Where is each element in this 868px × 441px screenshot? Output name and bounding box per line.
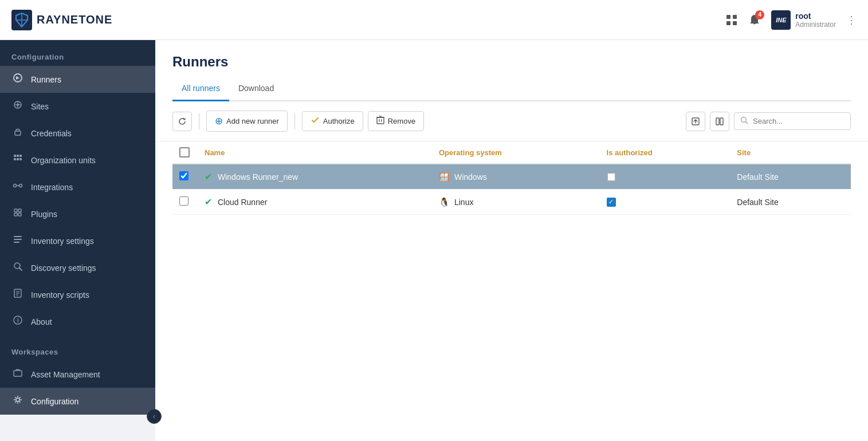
row1-authorized-checkbox xyxy=(607,172,616,182)
table-row[interactable]: ✔ Cloud Runner 🐧 Linux ✓ xyxy=(172,190,851,215)
collapse-icon: ‹ xyxy=(153,412,155,420)
row2-name: Cloud Runner xyxy=(218,198,267,207)
header-right: 4 INE root Administrator ⋮ xyxy=(725,10,857,30)
toolbar-separator-1 xyxy=(199,113,199,129)
integrations-icon xyxy=(11,180,24,194)
tabs: All runners Download xyxy=(172,79,851,101)
table-body: ✔ Windows Runner_new 🪟 Windows xyxy=(172,164,851,215)
svg-rect-2 xyxy=(733,15,737,19)
content-area: Runners All runners Download ⊕ Add new r… xyxy=(155,40,868,441)
sidebar-item-credentials[interactable]: Credentials xyxy=(0,120,155,147)
runners-icon xyxy=(11,73,24,86)
add-runner-button[interactable]: ⊕ Add new runner xyxy=(206,111,288,132)
sidebar-wrapper: Configuration Runners Sites Credentials xyxy=(0,40,155,441)
svg-line-28 xyxy=(19,268,22,270)
apps-button[interactable] xyxy=(725,14,738,26)
row1-status-icon: ✔ xyxy=(205,171,212,182)
table-row[interactable]: ✔ Windows Runner_new 🪟 Windows xyxy=(172,164,851,190)
svg-point-17 xyxy=(14,184,17,187)
svg-rect-3 xyxy=(726,21,730,25)
row1-name: Windows Runner_new xyxy=(218,172,298,182)
row1-checkbox[interactable] xyxy=(179,171,188,180)
svg-rect-16 xyxy=(19,158,22,160)
inventory-scripts-icon xyxy=(11,288,24,301)
remove-icon xyxy=(376,116,384,127)
toolbar: ⊕ Add new runner Authorize Remove xyxy=(155,101,868,141)
sidebar-item-sites-label: Sites xyxy=(31,102,49,111)
authorize-icon xyxy=(311,116,320,127)
search-box[interactable] xyxy=(734,112,851,130)
sidebar: Configuration Runners Sites Credentials xyxy=(0,40,155,415)
configuration-ws-icon xyxy=(11,395,24,408)
tab-download[interactable]: Download xyxy=(229,79,283,101)
authorize-button[interactable]: Authorize xyxy=(302,111,363,131)
sidebar-section-workspaces: Workspaces xyxy=(0,335,155,361)
toolbar-separator-2 xyxy=(294,113,295,129)
row1-os: Windows xyxy=(454,172,487,182)
sidebar-item-sites[interactable]: Sites xyxy=(0,93,155,120)
svg-rect-37 xyxy=(377,117,384,124)
runners-table: Name Operating system Is authorized Site xyxy=(172,141,851,215)
columns-button[interactable] xyxy=(710,112,729,131)
inventory-settings-icon xyxy=(11,234,24,247)
svg-rect-13 xyxy=(19,155,22,157)
runner-name: ✔ Cloud Runner xyxy=(205,196,425,207)
svg-rect-25 xyxy=(14,239,22,240)
sidebar-item-inventory-scripts[interactable]: Inventory scripts xyxy=(0,281,155,308)
os-cell: 🐧 Linux xyxy=(439,197,593,207)
search-input[interactable] xyxy=(753,117,845,125)
sidebar-item-integrations[interactable]: Integrations xyxy=(0,174,155,200)
row2-name-cell: ✔ Cloud Runner xyxy=(198,190,432,215)
logo-text: RAYNETONE xyxy=(37,13,112,26)
svg-text:i: i xyxy=(17,317,19,324)
user-role: Administrator xyxy=(795,21,836,29)
header-site: Site xyxy=(730,141,851,164)
remove-button[interactable]: Remove xyxy=(368,111,424,131)
page-header: Runners All runners Download xyxy=(155,40,868,101)
row2-authorized-checkbox: ✓ xyxy=(607,198,616,207)
tab-all-runners[interactable]: All runners xyxy=(172,79,229,101)
sidebar-item-organization-units[interactable]: Organization units xyxy=(0,147,155,174)
sidebar-collapse-button[interactable]: ‹ xyxy=(147,409,162,424)
svg-rect-11 xyxy=(14,155,16,157)
sites-icon xyxy=(11,100,24,113)
svg-rect-43 xyxy=(716,118,719,125)
svg-rect-21 xyxy=(18,209,21,212)
svg-rect-15 xyxy=(17,158,19,160)
sidebar-item-discovery-settings[interactable]: Discovery settings xyxy=(0,254,155,281)
sidebar-item-inventory-settings[interactable]: Inventory settings xyxy=(0,227,155,254)
discovery-settings-icon xyxy=(11,261,24,274)
svg-rect-12 xyxy=(17,155,19,157)
refresh-icon xyxy=(178,117,187,126)
top-header: RAYNETONE 4 INE root Administrator ⋮ xyxy=(0,0,868,40)
sidebar-item-runners-label: Runners xyxy=(31,75,61,84)
svg-rect-4 xyxy=(733,21,737,25)
select-all-checkbox[interactable] xyxy=(179,147,190,158)
sidebar-item-configuration-ws[interactable]: Configuration xyxy=(0,388,155,415)
user-info: root Administrator xyxy=(795,11,836,29)
about-icon: i xyxy=(11,315,24,328)
svg-rect-1 xyxy=(726,15,730,19)
refresh-button[interactable] xyxy=(172,112,192,131)
sidebar-item-runners[interactable]: Runners xyxy=(0,66,155,93)
sidebar-item-plugins[interactable]: Plugins xyxy=(0,200,155,227)
user-area[interactable]: INE root Administrator xyxy=(771,10,836,30)
asset-management-icon xyxy=(11,368,24,381)
credentials-icon xyxy=(11,127,24,140)
export-button[interactable] xyxy=(686,112,705,131)
sidebar-item-about-label: About xyxy=(31,317,52,326)
row2-os-cell: 🐧 Linux xyxy=(432,190,600,215)
header-os: Operating system xyxy=(432,141,600,164)
notifications-button[interactable]: 4 xyxy=(748,14,761,26)
table-container: Name Operating system Is authorized Site xyxy=(155,141,868,215)
row1-os-icon: 🪟 xyxy=(439,172,450,182)
sidebar-item-credentials-label: Credentials xyxy=(31,129,72,138)
row2-checkbox[interactable] xyxy=(179,196,188,206)
svg-rect-14 xyxy=(14,158,16,160)
svg-rect-24 xyxy=(14,236,22,237)
more-options-button[interactable]: ⋮ xyxy=(846,14,857,26)
row2-checkbox-cell xyxy=(172,190,198,215)
sidebar-item-about[interactable]: i About xyxy=(0,308,155,335)
svg-point-36 xyxy=(16,398,19,401)
sidebar-item-asset-management[interactable]: Asset Management xyxy=(0,361,155,388)
